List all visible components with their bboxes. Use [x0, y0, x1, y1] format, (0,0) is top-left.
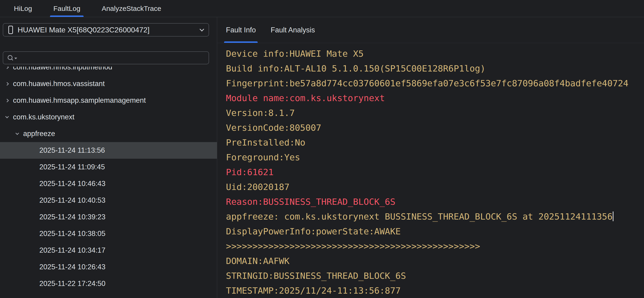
fault-info-content[interactable]: Device info:HUAWEI Mate X5Build info:ALT…: [217, 43, 644, 298]
log-line[interactable]: TIMESTAMP:2025/11/24-11:13:56:877: [226, 283, 644, 298]
tree-item-2025-11-24-10-26-43[interactable]: 2025-11-24 10:26:43: [0, 259, 217, 275]
log-line[interactable]: >>>>>>>>>>>>>>>>>>>>>>>>>>>>>>>>>>>>>>>>…: [226, 239, 644, 254]
text-cursor: [613, 212, 614, 221]
top-tab-analyzestacktrace[interactable]: AnalyzeStackTrace: [102, 0, 161, 17]
left-panel: HUAWEI Mate X5[68Q0223C26000472] com.hua…: [0, 17, 217, 298]
chevron-down-icon[interactable]: [14, 133, 20, 134]
tree-item-com-ks-ukstorynext[interactable]: com.ks.ukstorynext: [0, 109, 217, 125]
log-line[interactable]: Foreground:Yes: [226, 150, 644, 165]
tree-item-com-huawei-hmsapp-samplemanagement[interactable]: com.huawei.hmsapp.samplemanagement: [0, 92, 217, 109]
log-line[interactable]: Pid:61621: [226, 165, 644, 180]
log-line[interactable]: DisplayPowerInfo:powerState:AWAKE: [226, 224, 644, 239]
tree-item-label: 2025-11-24 10:39:23: [39, 213, 106, 221]
tree-item-label: com.huawei.hmsapp.samplemanagement: [13, 96, 146, 105]
tree-item-label: 2025-11-22 17:24:50: [39, 280, 106, 288]
log-line[interactable]: Build info:ALT-AL10 5.1.0.150(SP15C00E12…: [226, 61, 644, 76]
tree-item-label: com.huawei.hmos.vassistant: [13, 80, 105, 88]
tree-item-label: 2025-11-24 10:46:43: [39, 180, 106, 188]
chevron-right-icon[interactable]: [4, 67, 10, 68]
tree-item-2025-11-24-11-13-56[interactable]: 2025-11-24 11:13:56: [0, 142, 217, 159]
device-selector[interactable]: HUAWEI Mate X5[68Q0223C26000472]: [3, 23, 209, 36]
tree-item-label: com.huawei.hmos.inputmethod: [13, 67, 112, 71]
chevron-right-icon[interactable]: [4, 99, 10, 102]
tree-item-label: 2025-11-24 10:40:53: [39, 196, 106, 205]
tree-item-2025-11-24-10-39-23[interactable]: 2025-11-24 10:39:23: [0, 209, 217, 225]
log-line[interactable]: DOMAIN:AAFWK: [226, 254, 644, 268]
caret-down-icon: [14, 58, 17, 59]
tree-item-label: 2025-11-24 10:26:43: [39, 263, 106, 271]
log-line[interactable]: Module name:com.ks.ukstorynext: [226, 91, 644, 105]
chevron-down-icon: [200, 27, 204, 31]
tree-item-label: 2025-11-24 11:09:45: [39, 163, 105, 171]
log-line[interactable]: STRINGID:BUSSINESS_THREAD_BLOCK_6S: [226, 268, 644, 283]
right-panel: Fault InfoFault Analysis Device info:HUA…: [217, 17, 644, 298]
search-icon: [8, 55, 14, 61]
fault-tree-viewport: com.huawei.hmos.inputmethodcom.huawei.hm…: [0, 67, 217, 298]
top-tab-faultlog[interactable]: FaultLog: [53, 0, 80, 17]
log-line[interactable]: Fingerprint:be57a8d774cc03760601ef5869ef…: [226, 76, 644, 91]
log-line[interactable]: Device info:HUAWEI Mate X5: [226, 46, 644, 61]
log-line[interactable]: Reason:BUSSINESS_THREAD_BLOCK_6S: [226, 194, 644, 209]
detail-tab-bar: Fault InfoFault Analysis: [217, 17, 644, 43]
search-input[interactable]: [3, 51, 209, 64]
device-selector-label: HUAWEI Mate X5[68Q0223C26000472]: [18, 26, 150, 34]
log-line[interactable]: Version:8.1.7: [226, 105, 644, 120]
top-tab-bar: HiLogFaultLogAnalyzeStackTrace: [0, 0, 644, 17]
tab-fault-info[interactable]: Fault Info: [226, 17, 256, 43]
fault-tree: com.huawei.hmos.inputmethodcom.huawei.hm…: [0, 67, 217, 292]
tree-item-2025-11-24-11-09-45[interactable]: 2025-11-24 11:09:45: [0, 159, 217, 175]
tab-fault-analysis[interactable]: Fault Analysis: [270, 17, 315, 43]
tree-item-2025-11-24-10-40-53[interactable]: 2025-11-24 10:40:53: [0, 192, 217, 209]
tree-item-label: appfreeze: [23, 130, 55, 138]
tree-item-label: 2025-11-24 11:13:56: [39, 146, 105, 155]
chevron-right-icon[interactable]: [4, 83, 10, 85]
tree-item-2025-11-24-10-34-17[interactable]: 2025-11-24 10:34:17: [0, 242, 217, 259]
tree-item-com-huawei-hmos-inputmethod[interactable]: com.huawei.hmos.inputmethod: [0, 67, 217, 75]
tree-item-2025-11-24-10-46-43[interactable]: 2025-11-24 10:46:43: [0, 175, 217, 192]
log-line[interactable]: VersionCode:805007: [226, 120, 644, 135]
phone-icon: [8, 26, 13, 34]
tree-item-2025-11-24-10-38-05[interactable]: 2025-11-24 10:38:05: [0, 225, 217, 242]
tree-item-2025-11-22-17-24-50[interactable]: 2025-11-22 17:24:50: [0, 275, 217, 292]
tree-item-label: 2025-11-24 10:34:17: [39, 246, 106, 255]
tree-item-label: com.ks.ukstorynext: [13, 113, 74, 121]
tree-item-com-huawei-hmos-vassistant[interactable]: com.huawei.hmos.vassistant: [0, 75, 217, 92]
log-line[interactable]: appfreeze: com.ks.ukstorynext BUSSINESS_…: [226, 209, 644, 224]
chevron-down-icon[interactable]: [4, 116, 10, 118]
log-line[interactable]: Uid:20020187: [226, 180, 644, 194]
tree-item-appfreeze[interactable]: appfreeze: [0, 125, 217, 142]
main-split: HUAWEI Mate X5[68Q0223C26000472] com.hua…: [0, 17, 644, 298]
log-line[interactable]: PreInstalled:No: [226, 135, 644, 150]
top-tab-hilog[interactable]: HiLog: [14, 0, 32, 17]
tree-item-label: 2025-11-24 10:38:05: [39, 230, 106, 238]
